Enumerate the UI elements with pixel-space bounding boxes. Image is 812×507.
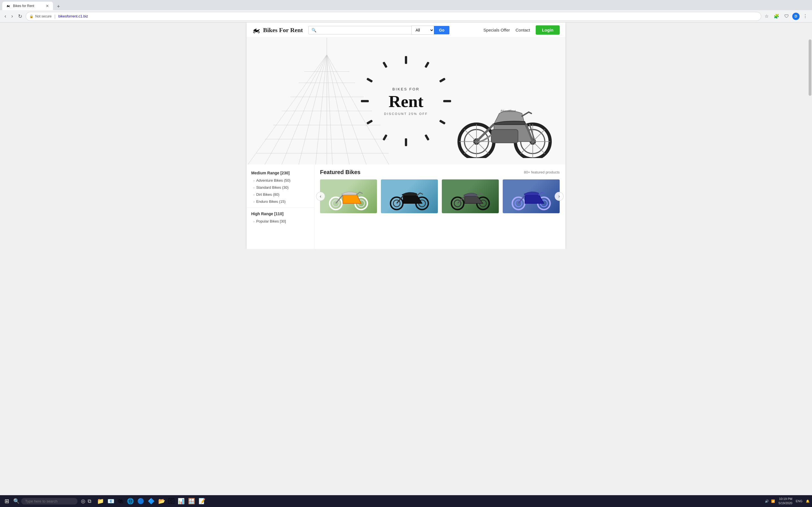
search-area: 🔍 All Go	[308, 25, 449, 35]
search-input[interactable]	[318, 28, 409, 33]
logo-icon: 🏍	[252, 25, 260, 35]
chevron-icon: ›	[253, 200, 255, 203]
slider-next-button[interactable]: ›	[555, 192, 564, 201]
svg-rect-18	[424, 61, 430, 68]
svg-line-2	[265, 55, 327, 165]
slider-prev-button[interactable]: ‹	[316, 192, 325, 201]
featured-count: 80+ featured products	[524, 170, 560, 174]
svg-line-3	[282, 55, 327, 165]
svg-rect-28	[383, 61, 388, 68]
scrollbar-thumb[interactable]	[809, 40, 811, 96]
products-area: Featured Bikes 80+ featured products ‹	[314, 165, 565, 249]
not-secure-label: Not secure	[35, 14, 52, 18]
svg-rect-25	[366, 120, 373, 125]
extension2-button[interactable]: 🛡	[783, 13, 791, 20]
svg-rect-17	[405, 56, 407, 64]
header-nav: Specials Offer Contact Login	[484, 25, 560, 35]
hero-bike-image: Bikes4Rent	[450, 88, 557, 159]
svg-line-7	[327, 55, 349, 165]
svg-rect-23	[405, 138, 407, 146]
featured-title: Featured Bikes	[320, 169, 360, 175]
logo-text: Bikes For Rent	[263, 26, 303, 34]
products-slider: ‹	[320, 179, 560, 213]
back-button[interactable]: ‹	[3, 12, 8, 20]
separator: |	[54, 14, 56, 18]
svg-rect-27	[366, 78, 373, 83]
sidebar-section-high[interactable]: High Range [110]	[247, 210, 314, 218]
url-text[interactable]: bikesforrent.c1.biz	[58, 14, 758, 18]
product-card-1[interactable]	[320, 179, 377, 213]
chevron-icon: ›	[253, 179, 255, 182]
tab-bar: 🏍 Bikes for Rent ✕ +	[0, 0, 812, 10]
logo-area: 🏍 Bikes For Rent	[252, 25, 303, 35]
extension-button[interactable]: 🧩	[772, 12, 781, 20]
svg-rect-26	[361, 100, 369, 102]
product-image-1	[320, 179, 377, 213]
category-select[interactable]: All	[411, 25, 434, 35]
site-header: 🏍 Bikes For Rent 🔍 All Go Specials Offer…	[247, 22, 565, 38]
address-bar[interactable]: 🔒 Not secure | bikesforrent.c1.biz	[26, 12, 761, 21]
bookmark-button[interactable]: ☆	[763, 12, 770, 20]
product-image-4	[503, 179, 560, 213]
svg-line-1	[248, 55, 327, 165]
browser-actions: ☆ 🧩 🛡 D ⋮	[763, 12, 809, 20]
lock-icon: 🔒	[29, 14, 34, 18]
menu-button[interactable]: ⋮	[801, 12, 809, 20]
svg-line-5	[315, 55, 327, 165]
active-tab[interactable]: 🏍 Bikes for Rent ✕	[2, 2, 53, 10]
chevron-icon: ›	[253, 193, 255, 196]
tab-close-button[interactable]: ✕	[46, 4, 49, 8]
sidebar-divider	[247, 207, 314, 208]
chevron-icon: ›	[253, 186, 255, 189]
sidebar-section-medium[interactable]: Medium Range [230]	[247, 169, 314, 177]
contact-link[interactable]: Contact	[515, 27, 530, 33]
go-button[interactable]: Go	[434, 26, 449, 34]
refresh-button[interactable]: ↻	[16, 12, 24, 20]
svg-rect-51	[491, 129, 518, 143]
hero-center-text: BIKES FOR Rent DISCOUNT 25% OFF	[384, 87, 428, 115]
product-image-2	[381, 179, 438, 213]
sidebar-item-popular[interactable]: › Popular Bikes [30]	[247, 218, 314, 225]
hero-title: Rent	[389, 93, 423, 110]
scrollbar-track[interactable]	[808, 22, 812, 249]
svg-line-6	[327, 55, 333, 165]
profile-button[interactable]: D	[792, 13, 800, 20]
search-icon: 🔍	[312, 28, 316, 33]
chevron-icon: ›	[253, 220, 255, 223]
website-container: 🏍 Bikes For Rent 🔍 All Go Specials Offer…	[0, 22, 812, 249]
browser-toolbar: ‹ › ↻ 🔒 Not secure | bikesforrent.c1.biz…	[0, 10, 812, 22]
forward-button[interactable]: ›	[10, 12, 15, 20]
tab-title: Bikes for Rent	[13, 4, 43, 8]
svg-rect-21	[439, 120, 446, 125]
sidebar-item-adventure[interactable]: › Adventure Bikes (50)	[247, 177, 314, 184]
search-input-wrap: 🔍	[308, 26, 411, 34]
svg-line-4	[299, 55, 327, 165]
new-tab-button[interactable]: +	[54, 3, 63, 10]
svg-text:Bikes4Rent: Bikes4Rent	[501, 110, 516, 113]
specials-offer-link[interactable]: Specials Offer	[484, 27, 510, 33]
main-layout: Medium Range [230] › Adventure Bikes (50…	[247, 165, 565, 249]
sidebar: Medium Range [230] › Adventure Bikes (50…	[247, 165, 314, 249]
sidebar-item-dirt[interactable]: › Dirt Bikes (80)	[247, 191, 314, 198]
website: 🏍 Bikes For Rent 🔍 All Go Specials Offer…	[247, 22, 565, 249]
browser-chrome: 🏍 Bikes for Rent ✕ + ‹ › ↻ 🔒 Not secure …	[0, 0, 812, 22]
hero-discount: DISCOUNT 25% OFF	[384, 112, 428, 115]
sidebar-item-standard[interactable]: › Standard Bikes (30)	[247, 184, 314, 191]
product-image-3	[442, 179, 499, 213]
product-card-2[interactable]	[381, 179, 438, 213]
featured-header: Featured Bikes 80+ featured products	[320, 169, 560, 175]
tab-favicon: 🏍	[6, 4, 11, 8]
login-button[interactable]: Login	[536, 25, 560, 35]
hero-banner: BIKES FOR Rent DISCOUNT 25% OFF	[247, 38, 565, 165]
sidebar-item-enduro[interactable]: › Enduro Bikes (15)	[247, 198, 314, 205]
svg-rect-24	[383, 134, 388, 141]
product-card-3[interactable]	[442, 179, 499, 213]
svg-rect-22	[424, 134, 430, 141]
svg-rect-19	[439, 78, 446, 83]
product-card-4[interactable]	[503, 179, 560, 213]
hero-subtitle: BIKES FOR	[393, 87, 419, 91]
